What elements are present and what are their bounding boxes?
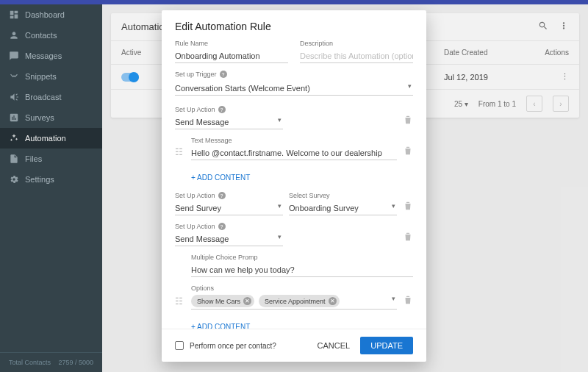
rule-name-input[interactable] xyxy=(175,49,288,63)
delete-action-icon[interactable] xyxy=(403,115,413,129)
action-label: Set Up Action? xyxy=(175,223,283,230)
delete-action-icon[interactable] xyxy=(403,232,413,246)
chip[interactable]: Show Me Cars✕ xyxy=(191,295,254,307)
text-message-input[interactable] xyxy=(191,146,397,160)
trigger-label: Set up Trigger? xyxy=(175,71,413,78)
description-label: Description xyxy=(300,40,413,47)
add-content-button[interactable]: + ADD CONTENT xyxy=(175,168,413,192)
action2-select[interactable] xyxy=(175,201,283,215)
survey-select[interactable] xyxy=(289,201,397,215)
trigger-select[interactable] xyxy=(175,82,413,96)
chip[interactable]: Service Appointment✕ xyxy=(259,295,340,307)
action1-select[interactable] xyxy=(175,115,283,129)
delete-action-icon[interactable] xyxy=(403,201,413,215)
delete-content-icon[interactable] xyxy=(403,295,413,310)
options-chips[interactable]: Show Me Cars✕ Service Appointment✕ xyxy=(191,293,397,310)
add-content-button[interactable]: + ADD CONTENT xyxy=(175,317,413,329)
description-input[interactable] xyxy=(300,49,413,63)
chip-remove-icon[interactable]: ✕ xyxy=(329,297,337,305)
action3-select[interactable] xyxy=(175,232,283,246)
chip-remove-icon[interactable]: ✕ xyxy=(243,297,251,305)
action-label: Set Up Action? xyxy=(175,106,283,113)
text-message-label: Text Message xyxy=(191,137,397,144)
update-button[interactable]: UPDATE xyxy=(360,337,413,354)
cancel-button[interactable]: CANCEL xyxy=(307,337,361,354)
options-label: Options xyxy=(191,285,397,292)
mc-prompt-label: Multiple Choice Promp xyxy=(191,254,413,261)
modal-overlay: Edit Automation Rule Rule Name Descripti… xyxy=(0,0,588,372)
perform-once-label: Perform once per contact? xyxy=(190,342,307,350)
drag-handle-icon[interactable]: ☷ xyxy=(175,296,183,307)
modal-title: Edit Automation Rule xyxy=(162,10,426,40)
help-icon[interactable]: ? xyxy=(220,71,227,78)
help-icon[interactable]: ? xyxy=(218,192,226,199)
help-icon[interactable]: ? xyxy=(218,106,226,113)
mc-prompt-input[interactable] xyxy=(191,263,413,277)
drag-handle-icon[interactable]: ☷ xyxy=(175,147,183,157)
action-label: Set Up Action? xyxy=(175,192,283,199)
rule-name-label: Rule Name xyxy=(175,40,288,47)
perform-once-checkbox[interactable] xyxy=(175,341,184,350)
help-icon[interactable]: ? xyxy=(218,223,226,230)
survey-label: Select Survey xyxy=(289,192,397,199)
delete-content-icon[interactable] xyxy=(403,146,413,160)
edit-rule-modal: Edit Automation Rule Rule Name Descripti… xyxy=(162,10,426,362)
